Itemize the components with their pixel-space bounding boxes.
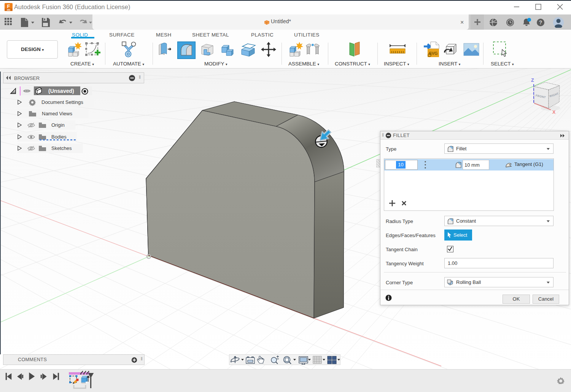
svg-text:F: F bbox=[7, 3, 10, 9]
svg-text:360: 360 bbox=[7, 9, 10, 11]
svg-text:X: X bbox=[552, 110, 556, 115]
svg-text:?: ? bbox=[539, 19, 542, 25]
svg-text:Z: Z bbox=[531, 78, 534, 83]
svg-text:SVG: SVG bbox=[429, 51, 437, 56]
